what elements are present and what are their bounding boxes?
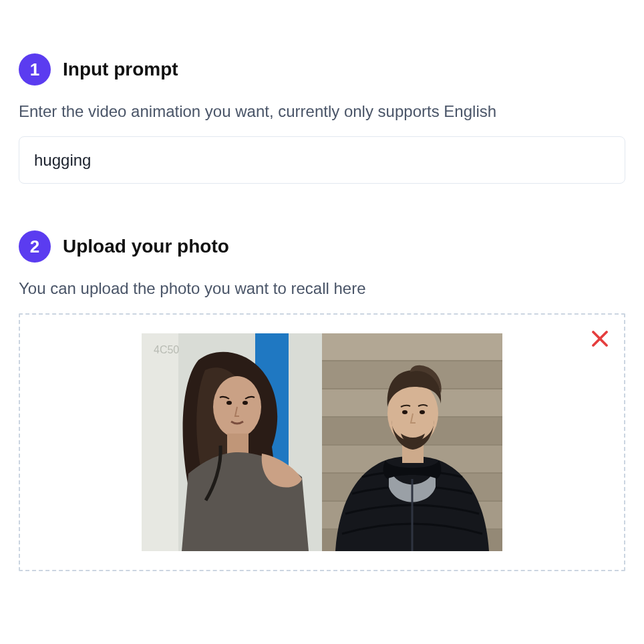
remove-photo-button[interactable]	[587, 325, 613, 352]
prompt-input[interactable]	[19, 136, 625, 184]
step2-number: 2	[30, 236, 39, 257]
uploaded-photo-preview: 4C50	[142, 333, 502, 551]
step1-title: Input prompt	[63, 59, 178, 80]
step1-header: 1 Input prompt	[19, 53, 625, 86]
step2-number-badge: 2	[19, 230, 51, 263]
svg-rect-11	[322, 333, 502, 360]
photo-right-person	[322, 333, 502, 551]
svg-point-30	[420, 410, 425, 414]
step1-description: Enter the video animation you want, curr…	[19, 100, 625, 123]
photo-left-person: 4C50	[142, 333, 322, 551]
step1-number: 1	[30, 59, 39, 80]
svg-point-29	[402, 410, 408, 414]
close-icon	[590, 329, 610, 349]
step2-description: You can upload the photo you want to rec…	[19, 277, 625, 300]
svg-text:4C50: 4C50	[154, 344, 179, 355]
step2-title: Upload your photo	[63, 236, 229, 257]
svg-point-9	[243, 401, 248, 405]
step1-number-badge: 1	[19, 53, 51, 86]
step2-header: 2 Upload your photo	[19, 230, 625, 263]
svg-point-8	[226, 401, 232, 405]
upload-dropzone[interactable]: 4C50	[19, 313, 625, 571]
svg-rect-4	[142, 333, 178, 551]
